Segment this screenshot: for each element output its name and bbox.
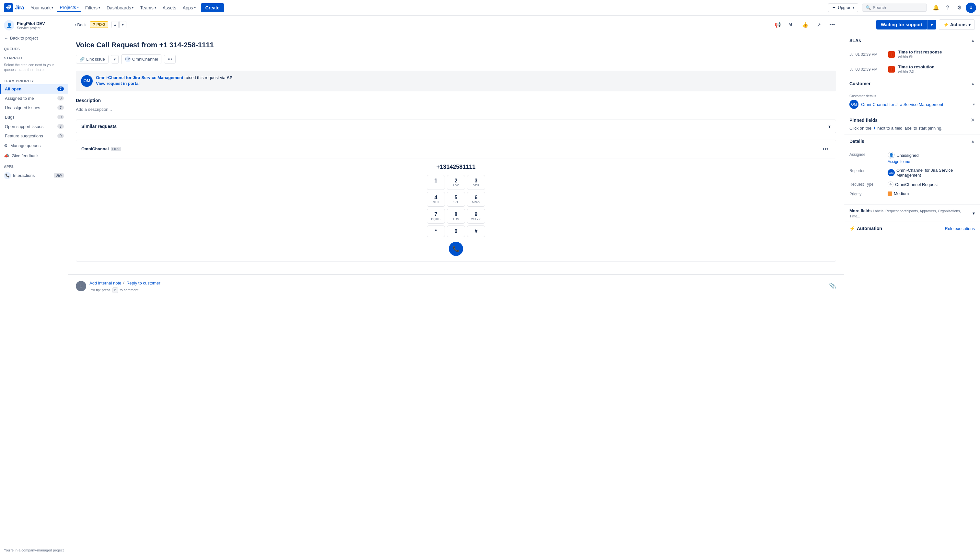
back-chevron-icon: ‹ bbox=[74, 23, 76, 27]
nav-teams[interactable]: Teams▾ bbox=[137, 4, 158, 12]
logo[interactable]: Jira bbox=[4, 3, 24, 12]
back-to-project-button[interactable]: ← Back to project bbox=[0, 33, 68, 43]
comment-hint: Pro tip: press M to comment bbox=[89, 288, 826, 292]
dial-key-1[interactable]: 1 bbox=[427, 175, 445, 190]
rule-executions-link[interactable]: Rule executions bbox=[945, 226, 975, 231]
sidebar-item-unassigned-issues[interactable]: Unassigned issues 7 bbox=[0, 103, 68, 112]
customer-dropdown-icon[interactable]: ▾ bbox=[973, 102, 975, 107]
pinned-fields-message: Click on the ✦ next to a field label to … bbox=[849, 126, 975, 131]
description-label: Description bbox=[76, 98, 836, 103]
dial-key-9[interactable]: 9WXYZ bbox=[467, 208, 485, 223]
sla-pause-icon-2: ⏸ bbox=[888, 66, 895, 73]
settings-button[interactable]: ⚙ bbox=[954, 3, 964, 13]
back-button[interactable]: ‹ Back bbox=[74, 23, 87, 27]
add-internal-note-tab[interactable]: Add internal note bbox=[89, 280, 121, 286]
pinned-close-button[interactable]: ✕ bbox=[970, 117, 975, 123]
customer-details-label: Customer details bbox=[849, 94, 975, 98]
give-feedback-button[interactable]: 📣 Give feedback bbox=[0, 151, 68, 161]
more-fields-row[interactable]: More fields Labels, Request participants… bbox=[844, 205, 980, 222]
more-options-button[interactable]: ••• bbox=[827, 19, 838, 30]
nav-projects[interactable]: Projects▾ bbox=[57, 3, 81, 12]
nav-filters[interactable]: Filters▾ bbox=[82, 4, 103, 12]
similar-requests-header[interactable]: Similar requests ▾ bbox=[76, 120, 836, 133]
sidebar-item-open-support-issues[interactable]: Open support issues 7 bbox=[0, 122, 68, 131]
sidebar-item-bugs[interactable]: Bugs 0 bbox=[0, 112, 68, 122]
nav-your-work[interactable]: Your work▾ bbox=[28, 4, 56, 12]
dial-key-0[interactable]: 0 bbox=[447, 226, 465, 237]
automation-section: ⚡ Automation Rule executions bbox=[844, 222, 980, 235]
reply-to-customer-tab[interactable]: Reply to customer bbox=[126, 280, 160, 286]
sidebar-item-all-open[interactable]: All open 7 bbox=[0, 84, 68, 94]
dial-key-7[interactable]: 7PQRS bbox=[427, 208, 445, 223]
link-issue-button[interactable]: 🔗 Link issue bbox=[76, 55, 108, 63]
sidebar-item-interactions[interactable]: 📞 Interactions DEV bbox=[0, 170, 68, 181]
pin-icon: ✦ bbox=[873, 126, 878, 131]
omnichannel-panel-body: +13142581111 1 2ABC 3DEF 4GHI 5JKL 6MNO … bbox=[76, 158, 836, 261]
upgrade-button[interactable]: ✦ Upgrade bbox=[828, 3, 858, 12]
requester-name-link[interactable]: Omni-Channel for Jira Service Management bbox=[96, 75, 183, 80]
phone-number: +13142581111 bbox=[437, 163, 476, 170]
status-button-group: Waiting for support ▾ bbox=[876, 20, 936, 29]
reporter-avatar: OM bbox=[888, 169, 895, 176]
issue-topbar: ‹ Back ? PD-2 ▴ ▾ 📢 👁 👍 ↗ ••• bbox=[68, 16, 844, 34]
lightning-icon: ⚡ bbox=[943, 22, 949, 27]
issue-actions-row: 🔗 Link issue ▾ OM OmniChannel ••• bbox=[76, 55, 836, 64]
help-button[interactable]: ? bbox=[943, 3, 953, 13]
similar-requests-panel: Similar requests ▾ bbox=[76, 120, 836, 133]
view-portal-link[interactable]: View request in portal bbox=[96, 81, 234, 86]
create-button[interactable]: Create bbox=[201, 3, 224, 12]
user-avatar[interactable]: U bbox=[966, 3, 976, 13]
share-icon-button[interactable]: ↗ bbox=[813, 19, 824, 30]
request-type-label: Request Type bbox=[849, 181, 885, 187]
nav-apps[interactable]: Apps▾ bbox=[180, 4, 198, 12]
status-button[interactable]: Waiting for support bbox=[876, 20, 927, 29]
dial-key-star[interactable]: * bbox=[427, 226, 445, 237]
status-dropdown-button[interactable]: ▾ bbox=[927, 20, 936, 29]
apps-section-label: APPS bbox=[0, 161, 68, 170]
dial-key-8[interactable]: 8TUV bbox=[447, 208, 465, 223]
notifications-button[interactable]: 🔔 bbox=[931, 3, 941, 13]
project-name: PingPilot DEV bbox=[17, 21, 45, 26]
dial-key-hash[interactable]: # bbox=[467, 226, 485, 237]
attachment-button[interactable]: 📎 bbox=[829, 283, 836, 290]
dial-key-6[interactable]: 6MNO bbox=[467, 192, 485, 207]
team-priority-label: TEAM PRIORITY bbox=[0, 75, 68, 84]
link-issue-dropdown[interactable]: ▾ bbox=[111, 55, 119, 63]
description-input[interactable]: Add a description... bbox=[76, 106, 836, 113]
starred-label: STARRED bbox=[0, 52, 68, 61]
actions-chevron-icon: ▾ bbox=[968, 22, 970, 27]
announce-icon-button[interactable]: 📢 bbox=[773, 19, 783, 30]
omnichannel-more-button[interactable]: ••• bbox=[820, 144, 831, 154]
priority-label: Priority bbox=[849, 191, 885, 196]
details-header[interactable]: Details ▲ bbox=[844, 135, 980, 148]
search-bar[interactable]: 🔍 Search bbox=[862, 3, 927, 12]
dial-key-3[interactable]: 3DEF bbox=[467, 175, 485, 190]
omnichannel-button[interactable]: OM OmniChannel bbox=[121, 55, 162, 64]
nav-assets[interactable]: Assets bbox=[160, 4, 179, 12]
dial-key-2[interactable]: 2ABC bbox=[447, 175, 465, 190]
sidebar-item-feature-suggestions[interactable]: Feature suggestions 0 bbox=[0, 131, 68, 141]
actions-button[interactable]: ⚡ Actions ▾ bbox=[939, 19, 975, 30]
dial-key-4[interactable]: 4GHI bbox=[427, 192, 445, 207]
nav-dashboards[interactable]: Dashboards▾ bbox=[104, 4, 136, 12]
call-button[interactable]: 📞 bbox=[449, 242, 463, 256]
prev-issue-button[interactable]: ▴ bbox=[112, 21, 119, 28]
manage-queues-button[interactable]: ⚙ Manage queues bbox=[0, 141, 68, 151]
like-icon-button[interactable]: 👍 bbox=[800, 19, 810, 30]
comment-shortcut-key: M bbox=[112, 288, 118, 293]
sidebar-item-assigned-to-me[interactable]: Assigned to me 0 bbox=[0, 94, 68, 103]
slas-header[interactable]: SLAs ▲ bbox=[844, 34, 980, 47]
question-icon: ? bbox=[93, 23, 95, 27]
omnichannel-panel-header: OmniChannel DEV ••• bbox=[76, 140, 836, 158]
assign-to-me-link[interactable]: Assign to me bbox=[888, 159, 919, 164]
comment-area: U Add internal note / Reply to customer … bbox=[68, 275, 844, 297]
collapse-icon: ▾ bbox=[828, 124, 831, 129]
customer-header[interactable]: Customer ▲ bbox=[844, 77, 980, 90]
watch-icon-button[interactable]: 👁 bbox=[786, 19, 797, 30]
next-issue-button[interactable]: ▾ bbox=[119, 21, 126, 28]
automation-lightning-icon: ⚡ bbox=[849, 226, 855, 231]
more-actions-button[interactable]: ••• bbox=[164, 55, 176, 63]
dial-key-5[interactable]: 5JKL bbox=[447, 192, 465, 207]
customer-name-link[interactable]: Omni-Channel for Jira Service Management bbox=[861, 102, 943, 107]
details-section: Details ▲ Assignee 👤 Unassigned Assign t… bbox=[844, 135, 980, 205]
